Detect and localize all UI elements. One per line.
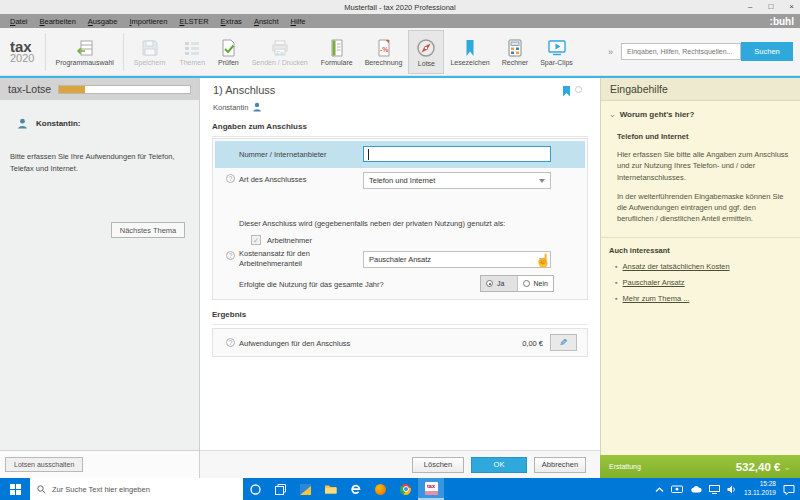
berechnung-button[interactable]: -% Berechnung xyxy=(359,30,409,74)
file-explorer-icon[interactable] xyxy=(318,478,343,500)
action-center-icon[interactable] xyxy=(783,484,795,495)
toolbar-overflow-chevron[interactable]: » xyxy=(608,47,613,57)
help-heading: Worum geht's hier? xyxy=(620,110,695,119)
assistant-row: Konstantin: xyxy=(17,118,199,129)
clock-time: 15:28 xyxy=(744,480,776,489)
clock-date: 13.11.2019 xyxy=(744,489,776,498)
check-document-icon xyxy=(218,38,238,58)
program-grid-icon xyxy=(75,38,95,58)
firefox-icon[interactable] xyxy=(368,478,393,500)
topics-list-icon xyxy=(182,38,202,58)
person-row: Konstantin xyxy=(213,102,262,112)
provider-input[interactable] xyxy=(363,146,551,162)
menu-extras[interactable]: Extras xyxy=(215,17,248,26)
pencil-icon: ✎ xyxy=(559,336,567,350)
lotse-title: tax-Lotse xyxy=(8,83,51,95)
edge-icon[interactable] xyxy=(343,478,368,500)
person-name: Konstantin xyxy=(213,103,248,112)
help-icon[interactable]: ? xyxy=(226,174,235,183)
windows-taskbar: Zur Suche Text hier eingeben tax xyxy=(0,478,800,500)
tray-network-icon[interactable] xyxy=(709,485,720,494)
tax-app-taskbar-button[interactable]: tax xyxy=(418,478,444,500)
pruefen-button[interactable]: Prüfen xyxy=(212,30,245,74)
tray-device-icon[interactable] xyxy=(671,485,683,494)
menu-bearbeiten[interactable]: Bearbeiten xyxy=(34,17,82,26)
task-view-icon[interactable] xyxy=(268,478,293,500)
type-label: Art des Anschlusses xyxy=(239,175,307,184)
maximize-icon[interactable]: □ xyxy=(768,3,773,11)
windows-logo-icon xyxy=(10,484,21,495)
delete-button[interactable]: Löschen xyxy=(412,457,464,473)
formulare-button[interactable]: Formulare xyxy=(315,30,359,74)
window-controls: – □ × xyxy=(748,0,794,14)
bookmark-toggle-icon[interactable] xyxy=(562,85,571,97)
search-button[interactable]: Suchen xyxy=(741,42,793,61)
bullet-icon: ▪ xyxy=(615,263,617,270)
mail-app-icon[interactable] xyxy=(293,478,318,500)
radio-nein[interactable]: Nein xyxy=(518,276,554,291)
lotse-off-button[interactable]: Lotsen ausschalten xyxy=(5,457,83,472)
lesezeichen-button[interactable]: Lesezeichen xyxy=(444,30,495,74)
window-title: Musterfall - tax 2020 Professional xyxy=(0,3,800,12)
cost-select[interactable]: Pauschaler Ansatz xyxy=(363,251,551,268)
refund-status-bar[interactable]: Erstattung 532,40 € ⌄ xyxy=(600,455,800,478)
save-floppy-icon xyxy=(140,38,160,58)
menu-hilfe[interactable]: Hilfe xyxy=(284,17,311,26)
link-tatsaechliche-kosten[interactable]: Ansatz der tatsächlichen Kosten xyxy=(622,262,729,271)
help-heading-row[interactable]: ⌄ Worum geht's hier? xyxy=(609,110,792,119)
spar-clips-button[interactable]: Spar-Clips xyxy=(534,30,579,74)
tax-logo: tax 2020 xyxy=(0,39,42,64)
programmauswahl-button[interactable]: Programmauswahl xyxy=(49,30,119,74)
help-paragraph-2: In der weiterführenden Eingabemaske könn… xyxy=(617,191,792,225)
menu-ausgabe[interactable]: Ausgabe xyxy=(82,17,124,26)
bullet-icon: ▪ xyxy=(615,295,617,302)
usage-note: Dieser Anschluss wird (gegebenenfalls ne… xyxy=(239,219,505,228)
tray-cloud-icon[interactable] xyxy=(690,485,702,493)
tray-volume-icon[interactable] xyxy=(727,485,737,494)
cost-label-line1: Kostenansatz für den xyxy=(239,249,310,258)
minimize-icon[interactable]: – xyxy=(748,3,752,11)
help-icon[interactable]: ? xyxy=(226,338,235,347)
menu-datei[interactable]: Datei xyxy=(4,17,34,26)
search-input[interactable] xyxy=(621,43,741,60)
taskbar-search[interactable]: Zur Suche Text hier eingeben xyxy=(30,478,243,500)
toolbar-separator xyxy=(123,33,124,71)
radio-ja[interactable]: Ja xyxy=(481,276,518,291)
tax-app-icon: tax xyxy=(425,482,438,495)
close-icon[interactable]: × xyxy=(789,3,794,11)
cancel-button[interactable]: Abbrechen xyxy=(534,457,586,473)
lotse-header: tax-Lotse xyxy=(0,78,199,100)
lotse-button[interactable]: Lotse xyxy=(408,30,444,74)
edit-button[interactable]: ✎ xyxy=(550,334,577,351)
person-icon xyxy=(252,102,262,112)
link-mehr-zum-thema[interactable]: Mehr zum Thema ... xyxy=(622,294,689,303)
chrome-icon[interactable] xyxy=(393,478,418,500)
cortana-icon[interactable] xyxy=(243,478,268,500)
taskbar-clock[interactable]: 15:28 13.11.2019 xyxy=(744,480,776,498)
tray-chevron-up-icon[interactable] xyxy=(655,486,664,493)
form-footer: Löschen OK Abbrechen xyxy=(200,450,600,478)
related-link-row: ▪ Ansatz der tatsächlichen Kosten xyxy=(615,262,792,271)
bookmark-icon xyxy=(460,38,480,58)
chevron-down-icon: ⌄ xyxy=(609,110,616,119)
ok-button[interactable]: OK xyxy=(471,457,527,473)
menu-elster[interactable]: ELSTER xyxy=(173,17,214,26)
search-icon xyxy=(37,485,46,494)
start-button[interactable] xyxy=(0,478,30,500)
speichern-button: Speichern xyxy=(127,30,173,74)
help-icon[interactable]: ? xyxy=(226,251,235,260)
link-pauschaler-ansatz[interactable]: Pauschaler Ansatz xyxy=(622,278,684,287)
rechner-button[interactable]: Rechner xyxy=(496,30,534,74)
lotse-progress-bar xyxy=(58,85,191,94)
next-topic-button[interactable]: Nächstes Thema xyxy=(111,222,185,238)
bullet-icon: ▪ xyxy=(615,279,617,286)
type-select[interactable]: Telefon und Internet xyxy=(363,172,551,189)
calculator-icon xyxy=(505,38,525,58)
title-bar: Musterfall - tax 2020 Professional – □ × xyxy=(0,0,800,14)
menu-importieren[interactable]: Importieren xyxy=(123,17,173,26)
svg-text:-%: -% xyxy=(380,46,389,53)
checkbox-row: ✓ Arbeitnehmer xyxy=(251,235,312,245)
menu-ansicht[interactable]: Ansicht xyxy=(248,17,285,26)
arbeitnehmer-checkbox[interactable]: ✓ xyxy=(251,235,261,245)
status-circle-icon[interactable] xyxy=(575,86,582,93)
